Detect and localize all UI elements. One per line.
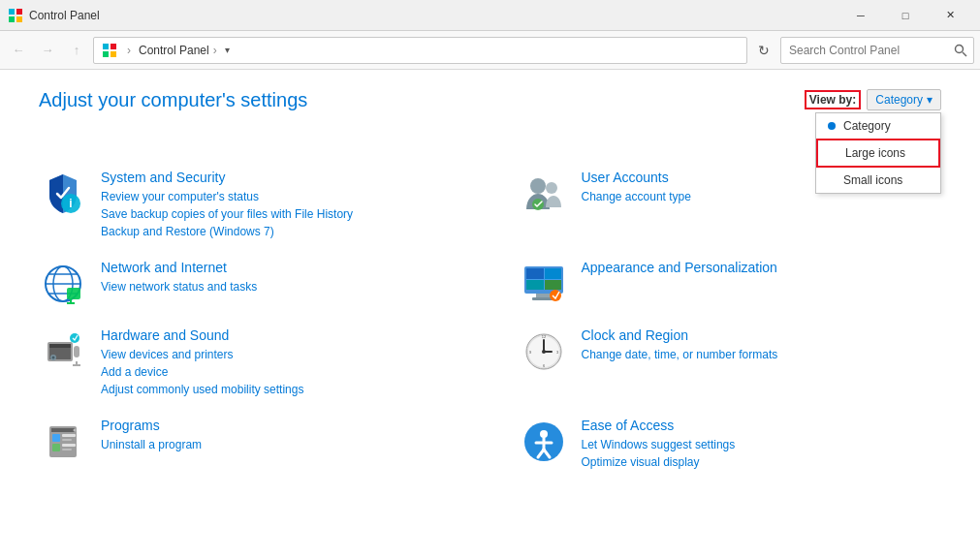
clock-region-content: Clock and Region Change date, time, or n…	[582, 327, 942, 363]
path-separator: ›	[127, 44, 131, 57]
clock-region-icon: 12 3 6 9	[520, 327, 568, 376]
category-programs: Programs Uninstall a program	[39, 418, 461, 471]
hardware-sound-title[interactable]: Hardware and Sound	[101, 327, 461, 343]
view-by-button[interactable]: Category ▾	[867, 89, 941, 110]
network-internet-link-1[interactable]: View network status and tasks	[101, 278, 461, 295]
user-accounts-icon	[520, 170, 568, 218]
svg-point-8	[956, 45, 964, 52]
svg-rect-28	[545, 280, 561, 290]
network-internet-title[interactable]: Network and Internet	[101, 260, 461, 275]
maximize-button[interactable]: □	[883, 0, 928, 31]
programs-link-1[interactable]: Uninstall a program	[101, 436, 461, 453]
svg-rect-54	[52, 444, 60, 451]
appearance-content: Appearance and Personalization	[582, 260, 942, 278]
appearance-icon	[520, 260, 568, 308]
title-bar: Control Panel ─ □ ✕	[0, 0, 980, 31]
up-button[interactable]: ↑	[64, 38, 89, 63]
programs-icon	[39, 418, 87, 466]
svg-rect-4	[103, 44, 109, 49]
view-by-dropdown: Category ▾ Category Large icons Small ic…	[867, 89, 941, 110]
back-button[interactable]: ←	[6, 38, 31, 63]
system-security-link-1[interactable]: Review your computer's status	[101, 188, 461, 205]
svg-rect-6	[103, 51, 109, 57]
svg-rect-58	[62, 449, 72, 450]
ease-access-title[interactable]: Ease of Access	[582, 418, 942, 433]
appearance-title[interactable]: Appearance and Personalization	[582, 260, 942, 275]
svg-rect-5	[111, 44, 116, 49]
svg-rect-27	[526, 280, 544, 290]
svg-rect-57	[62, 444, 76, 447]
svg-rect-3	[16, 16, 22, 22]
dropdown-item-small-icons[interactable]: Small icons	[816, 168, 940, 193]
dropdown-item-large-icons[interactable]: Large icons	[816, 139, 940, 168]
refresh-button[interactable]: ↻	[751, 38, 776, 63]
svg-point-45	[542, 350, 546, 354]
category-network-internet: Network and Internet View network status…	[39, 260, 461, 308]
search-icon	[954, 44, 967, 57]
svg-rect-29	[536, 294, 552, 297]
hardware-sound-icon	[39, 327, 87, 376]
categories-grid: i System and Security Review your comput…	[39, 170, 941, 471]
ease-access-link-2[interactable]: Optimize visual display	[582, 453, 942, 471]
search-input[interactable]	[780, 37, 974, 64]
dropdown-item-category[interactable]: Category	[816, 113, 940, 139]
category-appearance: Appearance and Personalization	[520, 260, 942, 308]
svg-rect-51	[51, 428, 75, 432]
hardware-sound-content: Hardware and Sound View devices and prin…	[101, 327, 461, 398]
path-dropdown-arrow[interactable]: ▾	[225, 45, 230, 55]
svg-point-36	[52, 357, 55, 359]
chevron-down-icon: ▾	[927, 93, 933, 107]
svg-point-40	[70, 333, 79, 343]
address-path[interactable]: › Control Panel › ▾	[93, 37, 747, 64]
dropdown-label-small-icons: Small icons	[843, 173, 902, 187]
system-security-link-2[interactable]: Save backup copies of your files with Fi…	[101, 205, 461, 223]
svg-rect-2	[9, 16, 15, 22]
clock-region-title[interactable]: Clock and Region	[582, 327, 942, 343]
ease-access-icon	[520, 418, 568, 466]
svg-point-52	[74, 429, 77, 432]
system-security-title[interactable]: System and Security	[101, 170, 461, 185]
window-title: Control Panel	[29, 9, 838, 22]
svg-rect-34	[49, 344, 71, 348]
category-clock-region: 12 3 6 9 Clock and Region Change date, t…	[520, 327, 942, 398]
svg-text:i: i	[69, 197, 72, 210]
category-ease-access: Ease of Access Let Windows suggest setti…	[520, 418, 942, 471]
view-by-menu: Category Large icons Small icons	[815, 112, 941, 194]
minimize-button[interactable]: ─	[838, 0, 883, 31]
hardware-sound-link-2[interactable]: Add a device	[101, 363, 461, 381]
system-security-content: System and Security Review your computer…	[101, 170, 461, 240]
svg-rect-26	[545, 268, 561, 279]
svg-point-13	[546, 182, 557, 194]
hardware-sound-link-1[interactable]: View devices and printers	[101, 346, 461, 363]
network-internet-icon	[39, 260, 87, 308]
svg-rect-55	[62, 434, 76, 437]
svg-text:12: 12	[541, 334, 546, 339]
svg-rect-7	[111, 51, 116, 57]
selected-dot	[828, 122, 836, 130]
view-by-bar: View by: Category ▾ Category Large icons…	[805, 89, 941, 110]
svg-point-12	[530, 178, 546, 194]
forward-button[interactable]: →	[35, 38, 60, 63]
ease-access-link-1[interactable]: Let Windows suggest settings	[582, 436, 942, 453]
system-security-icon: i	[39, 170, 87, 218]
clock-region-link-1[interactable]: Change date, time, or number formats	[582, 346, 942, 363]
search-button[interactable]	[951, 41, 970, 60]
svg-rect-20	[67, 288, 80, 299]
ease-access-content: Ease of Access Let Windows suggest setti…	[582, 418, 942, 471]
cp-icon	[8, 8, 23, 23]
system-security-link-3[interactable]: Backup and Restore (Windows 7)	[101, 223, 461, 240]
svg-rect-0	[9, 9, 15, 15]
hardware-sound-link-3[interactable]: Adjust commonly used mobility settings	[101, 381, 461, 398]
close-button[interactable]: ✕	[928, 0, 972, 31]
programs-title[interactable]: Programs	[101, 418, 461, 433]
category-system-security: i System and Security Review your comput…	[39, 170, 461, 240]
svg-rect-56	[62, 439, 72, 441]
svg-rect-1	[16, 9, 22, 15]
programs-content: Programs Uninstall a program	[101, 418, 461, 453]
dropdown-label-large-icons: Large icons	[845, 146, 905, 160]
view-by-label: View by:	[805, 90, 861, 109]
svg-rect-25	[526, 268, 544, 279]
network-internet-content: Network and Internet View network status…	[101, 260, 461, 295]
address-bar: ← → ↑ › Control Panel › ▾ ↻	[0, 31, 980, 70]
path-separator-2: ›	[213, 44, 217, 57]
